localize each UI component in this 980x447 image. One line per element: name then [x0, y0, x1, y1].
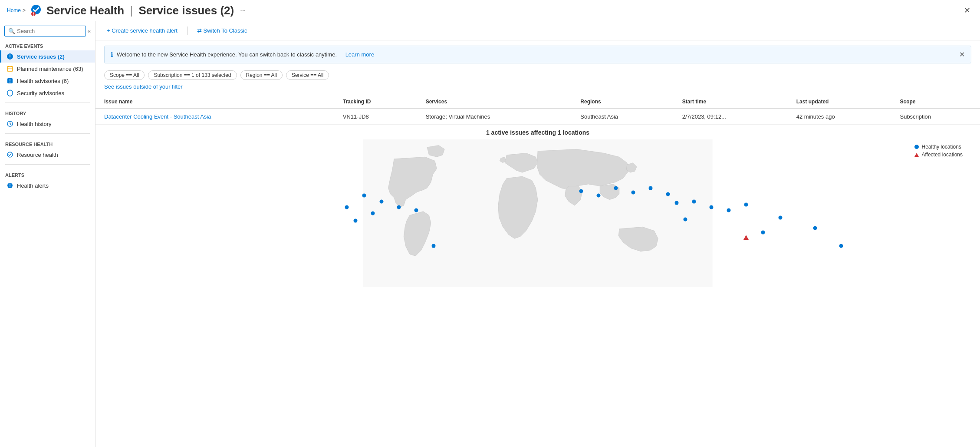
main-content: + Create service health alert ⇄ Switch T… [95, 21, 980, 447]
sidebar-item-service-issues-label: Service issues (2) [17, 53, 65, 60]
history-section: HISTORY Health history [0, 106, 95, 130]
col-start-time: Start time [674, 95, 788, 109]
legend-healthy-dot [914, 145, 919, 149]
alerts-label: ALERTS [0, 168, 95, 179]
cell-services: Storage; Virtual Machines [417, 109, 572, 125]
sidebar-item-health-alerts-label: Health alerts [17, 182, 49, 189]
breadcrumb-sep: > [23, 7, 26, 13]
filters-row: Scope == All Subscription == 1 of 133 se… [95, 69, 980, 83]
legend-healthy: Healthy locations [914, 144, 963, 150]
sidebar-item-resource-health-label: Resource health [17, 152, 58, 158]
col-services: Services [417, 95, 572, 109]
history-label: HISTORY [0, 106, 95, 118]
see-issues-link-area: See issues outside of your filter [95, 83, 980, 93]
cell-last-updated: 42 minutes ago [788, 109, 891, 125]
col-regions: Regions [572, 95, 673, 109]
info-banner-text: ℹ Welcome to the new Service Health expe… [111, 51, 374, 59]
table-row: Datacenter Cooling Event - Southeast Asi… [95, 109, 980, 125]
content-toolbar: + Create service health alert ⇄ Switch T… [95, 21, 980, 40]
sidebar-item-service-issues[interactable]: Service issues (2) [0, 50, 95, 63]
legend-healthy-label: Healthy locations [921, 144, 961, 150]
sidebar-search-area: 🔍 « [0, 21, 95, 39]
sidebar-item-health-advisories-label: Health advisories (6) [17, 78, 69, 84]
filter-service[interactable]: Service == All [286, 70, 329, 80]
sidebar-item-health-history[interactable]: Health history [0, 118, 95, 130]
map-container: Healthy locations Affected locations [104, 139, 971, 287]
map-title: 1 active issues affecting 1 locations [104, 129, 971, 136]
info-icon: ℹ [111, 51, 113, 59]
filter-scope[interactable]: Scope == All [104, 70, 145, 80]
svg-point-3 [33, 15, 34, 16]
page-title: Service Health | Service issues (2) [46, 4, 234, 17]
close-button[interactable]: ✕ [961, 5, 973, 16]
health-advisories-icon [7, 77, 13, 84]
sidebar-divider-3 [5, 164, 90, 165]
switch-classic-button[interactable]: ⇄ Switch To Classic [194, 26, 250, 36]
sidebar-collapse-button[interactable]: « [88, 28, 91, 34]
service-issues-icon [7, 53, 13, 60]
top-bar-left: Home > Service Health | Service issues (… [7, 3, 249, 17]
page-title-sep: | [130, 4, 133, 17]
legend-affected-label: Affected locations [921, 152, 963, 158]
more-options-button[interactable]: ··· [237, 6, 248, 15]
legend-affected-triangle [914, 153, 919, 157]
cell-tracking-id: VN11-JD8 [334, 109, 417, 125]
resource-health-icon [7, 151, 13, 158]
issues-table: Issue name Tracking ID Services Regions … [95, 95, 980, 125]
map-legend: Healthy locations Affected locations [914, 144, 963, 158]
cell-issue-name: Datacenter Cooling Event - Southeast Asi… [95, 109, 334, 125]
banner-close-button[interactable]: ✕ [959, 50, 965, 59]
toolbar-separator [187, 26, 187, 35]
resource-health-label: RESOURCE HEALTH [0, 137, 95, 149]
col-scope: Scope [891, 95, 980, 109]
sidebar: 🔍 « ACTIVE EVENTS Service issues (2) Pla… [0, 21, 95, 447]
info-banner: ℹ Welcome to the new Service Health expe… [104, 46, 971, 63]
cell-scope: Subscription [891, 109, 980, 125]
breadcrumb: Home > [7, 7, 26, 13]
create-alert-button[interactable]: + Create service health alert [104, 26, 180, 36]
issues-table-header: Issue name Tracking ID Services Regions … [95, 95, 980, 109]
learn-more-link[interactable]: Learn more [345, 51, 374, 58]
legend-affected: Affected locations [914, 152, 963, 158]
svg-point-5 [10, 58, 10, 59]
world-map-svg [104, 139, 971, 287]
sidebar-item-resource-health[interactable]: Resource health [0, 149, 95, 161]
col-tracking-id: Tracking ID [334, 95, 417, 109]
sidebar-item-health-alerts[interactable]: Health alerts [0, 179, 95, 192]
sidebar-item-planned-maintenance[interactable]: Planned maintenance (63) [0, 63, 95, 75]
active-events-label: ACTIVE EVENTS [0, 39, 95, 50]
sidebar-divider-2 [5, 133, 90, 134]
filter-subscription[interactable]: Subscription == 1 of 133 selected [148, 70, 237, 80]
cell-regions: Southeast Asia [572, 109, 673, 125]
search-input[interactable] [17, 28, 82, 34]
sidebar-item-health-history-label: Health history [17, 121, 51, 127]
top-bar: Home > Service Health | Service issues (… [0, 0, 980, 21]
sidebar-item-security-advisories[interactable]: Security advisories [0, 87, 95, 99]
breadcrumb-home[interactable]: Home [7, 7, 21, 13]
security-advisories-icon [7, 89, 13, 96]
service-health-icon [29, 3, 43, 17]
planned-maintenance-icon [7, 65, 13, 72]
col-last-updated: Last updated [788, 95, 891, 109]
cell-start-time: 2/7/2023, 09:12... [674, 109, 788, 125]
filter-region[interactable]: Region == All [240, 70, 283, 80]
sidebar-item-security-advisories-label: Security advisories [17, 90, 64, 96]
see-issues-outside-filter-link[interactable]: See issues outside of your filter [104, 83, 183, 90]
alerts-section: ALERTS Health alerts [0, 168, 95, 192]
active-events-section: ACTIVE EVENTS Service issues (2) Planned… [0, 39, 95, 99]
sidebar-search-box[interactable]: 🔍 [4, 26, 86, 36]
sidebar-item-health-advisories[interactable]: Health advisories (6) [0, 75, 95, 87]
sidebar-item-planned-maintenance-label: Planned maintenance (63) [17, 66, 83, 72]
svg-rect-6 [7, 66, 13, 71]
sidebar-divider-1 [5, 103, 90, 103]
map-section: 1 active issues affecting 1 locations [95, 125, 980, 287]
page-title-area: Service Health | Service issues (2) ··· [29, 3, 249, 17]
resource-health-section: RESOURCE HEALTH Resource health [0, 137, 95, 161]
col-issue-name: Issue name [95, 95, 334, 109]
info-banner-message: Welcome to the new Service Health experi… [117, 51, 337, 58]
search-icon: 🔍 [8, 28, 15, 34]
health-alerts-icon [7, 182, 13, 189]
main-layout: 🔍 « ACTIVE EVENTS Service issues (2) Pla… [0, 21, 980, 447]
health-history-icon [7, 120, 13, 127]
issue-name-link[interactable]: Datacenter Cooling Event - Southeast Asi… [104, 113, 211, 120]
